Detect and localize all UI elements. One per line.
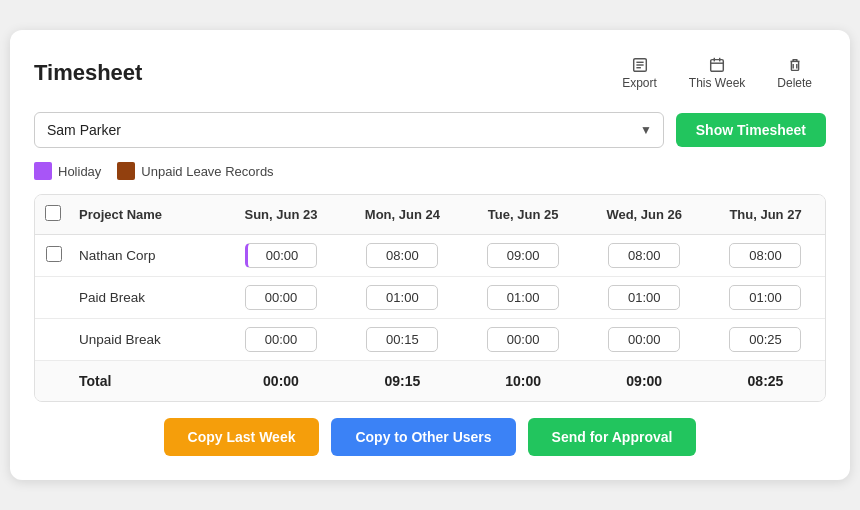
time-cell: [221, 235, 341, 277]
copy-to-other-users-button[interactable]: Copy to Other Users: [331, 418, 515, 456]
time-input[interactable]: [729, 327, 801, 352]
table-row: Nathan Corp: [35, 235, 825, 277]
total-row: Total 00:00 09:15 10:00 09:00 08:25: [35, 361, 825, 402]
total-value-thu: 08:25: [706, 361, 825, 402]
col-thu: Thu, Jun 27: [706, 195, 825, 235]
total-value-sun: 00:00: [221, 361, 341, 402]
send-for-approval-button[interactable]: Send for Approval: [528, 418, 697, 456]
time-input[interactable]: [366, 243, 438, 268]
time-cell: [341, 277, 464, 319]
holiday-color-box: [34, 162, 52, 180]
svg-rect-4: [711, 60, 724, 72]
time-input[interactable]: [245, 327, 317, 352]
time-cell: [582, 319, 706, 361]
time-cell: [341, 235, 464, 277]
table-row: Paid Break: [35, 277, 825, 319]
col-wed: Wed, Jun 26: [582, 195, 706, 235]
page-title: Timesheet: [34, 60, 142, 86]
time-input[interactable]: [245, 285, 317, 310]
time-input[interactable]: [366, 327, 438, 352]
col-mon: Mon, Jun 24: [341, 195, 464, 235]
time-cell: [464, 319, 583, 361]
show-timesheet-button[interactable]: Show Timesheet: [676, 113, 826, 147]
select-all-checkbox[interactable]: [45, 205, 61, 221]
holiday-label: Holiday: [58, 164, 101, 179]
total-value-tue: 10:00: [464, 361, 583, 402]
trash-icon: [786, 56, 804, 74]
time-input[interactable]: [608, 285, 680, 310]
time-input[interactable]: [608, 327, 680, 352]
time-input[interactable]: [487, 327, 559, 352]
unpaid-leave-color-box: [117, 162, 135, 180]
project-name-cell: Unpaid Break: [71, 319, 221, 361]
time-cell: [582, 277, 706, 319]
row-checkbox[interactable]: [46, 246, 62, 262]
col-project-name: Project Name: [71, 195, 221, 235]
col-sun: Sun, Jun 23: [221, 195, 341, 235]
footer-buttons: Copy Last Week Copy to Other Users Send …: [34, 418, 826, 456]
delete-button[interactable]: Delete: [763, 50, 826, 96]
timesheet-table-wrapper: Project Name Sun, Jun 23 Mon, Jun 24 Tue…: [34, 194, 826, 402]
total-value-wed: 09:00: [582, 361, 706, 402]
project-name-cell: Nathan Corp: [71, 235, 221, 277]
time-cell: [221, 319, 341, 361]
time-input[interactable]: [245, 243, 317, 268]
time-cell: [582, 235, 706, 277]
export-icon: [631, 56, 649, 74]
time-input[interactable]: [729, 243, 801, 268]
time-input[interactable]: [729, 285, 801, 310]
time-cell: [221, 277, 341, 319]
legend: Holiday Unpaid Leave Records: [34, 162, 826, 180]
user-select[interactable]: Sam Parker: [34, 112, 664, 148]
time-cell: [464, 235, 583, 277]
total-empty-cell: [35, 361, 71, 402]
this-week-button[interactable]: This Week: [675, 50, 759, 96]
table-header-row: Project Name Sun, Jun 23 Mon, Jun 24 Tue…: [35, 195, 825, 235]
row-checkbox-cell: [35, 319, 71, 361]
total-value-mon: 09:15: [341, 361, 464, 402]
col-checkbox: [35, 195, 71, 235]
user-select-wrapper: Sam Parker ▼: [34, 112, 664, 148]
total-label-cell: Total: [71, 361, 221, 402]
time-input[interactable]: [487, 243, 559, 268]
timesheet-table: Project Name Sun, Jun 23 Mon, Jun 24 Tue…: [35, 195, 825, 401]
time-input[interactable]: [608, 243, 680, 268]
legend-unpaid-leave: Unpaid Leave Records: [117, 162, 273, 180]
time-cell: [464, 277, 583, 319]
toolbar: Sam Parker ▼ Show Timesheet: [34, 112, 826, 148]
col-tue: Tue, Jun 25: [464, 195, 583, 235]
time-input[interactable]: [487, 285, 559, 310]
table-row: Unpaid Break: [35, 319, 825, 361]
timesheet-card: Timesheet Export This Week: [10, 30, 850, 480]
header-actions: Export This Week Dele: [608, 50, 826, 96]
project-name-cell: Paid Break: [71, 277, 221, 319]
row-checkbox-cell: [35, 235, 71, 277]
calendar-icon: [708, 56, 726, 74]
row-checkbox-cell: [35, 277, 71, 319]
legend-holiday: Holiday: [34, 162, 101, 180]
time-cell: [706, 277, 825, 319]
header: Timesheet Export This Week: [34, 50, 826, 96]
unpaid-leave-label: Unpaid Leave Records: [141, 164, 273, 179]
time-cell: [706, 235, 825, 277]
time-input[interactable]: [366, 285, 438, 310]
export-button[interactable]: Export: [608, 50, 671, 96]
copy-last-week-button[interactable]: Copy Last Week: [164, 418, 320, 456]
time-cell: [341, 319, 464, 361]
time-cell: [706, 319, 825, 361]
